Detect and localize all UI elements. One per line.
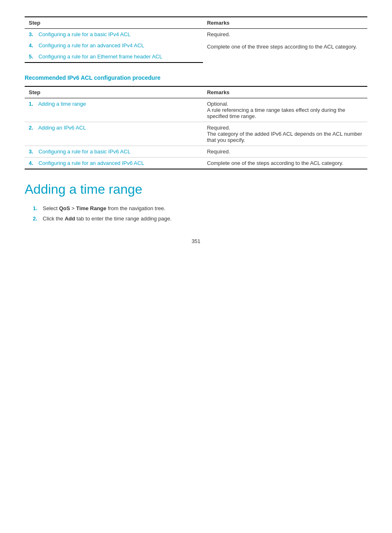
steps-list: 1. Select QoS > Time Range from the navi… (25, 205, 367, 222)
table-row: 1. Adding a time range Optional. A rule … (25, 98, 367, 122)
remarks-cell: Complete one of the steps according to t… (203, 158, 367, 169)
step-cell: 1. Adding a time range (25, 98, 203, 122)
table-row: 2. Adding an IPv6 ACL Required. The cate… (25, 122, 367, 146)
step-link[interactable]: Configuring a rule for an Ethernet frame… (39, 53, 162, 60)
step-num: 3. (29, 148, 37, 155)
remarks-cell: Required. The category of the added IPv6… (203, 122, 367, 146)
table1: Step Remarks 3. Configuring a rule for a… (25, 16, 367, 63)
step-text: Click the Add tab to enter the time rang… (43, 216, 172, 222)
table1-remarks-header: Remarks (203, 17, 367, 29)
list-item: 1. Select QoS > Time Range from the navi… (33, 205, 367, 211)
step-link[interactable]: Configuring a rule for an advanced IPv6 … (39, 160, 144, 166)
table-row: 3. Configuring a rule for a basic IPv6 A… (25, 146, 367, 158)
step-num: 3. (29, 31, 37, 37)
table1-step-header: Step (25, 17, 203, 29)
step-text: Select QoS > Time Range from the navigat… (43, 205, 166, 211)
table2-remarks-header: Remarks (203, 86, 367, 98)
step-number: 2. (33, 216, 40, 222)
table2: Step Remarks 1. Adding a time range Opti… (25, 86, 367, 169)
step-link[interactable]: Configuring a rule for a basic IPv4 ACL (39, 31, 131, 37)
table-row: 3. Configuring a rule for a basic IPv4 A… (25, 29, 367, 40)
step-cell: 2. Adding an IPv6 ACL (25, 122, 203, 146)
page-section-title: Adding a time range (25, 182, 367, 197)
step-num: 1. (29, 101, 37, 107)
step-cell: 4. Configuring a rule for an advanced IP… (25, 40, 203, 51)
step-link[interactable]: Adding an IPv6 ACL (38, 125, 86, 131)
step-link[interactable]: Configuring a rule for a basic IPv6 ACL (39, 148, 131, 155)
list-item: 2. Click the Add tab to enter the time r… (33, 216, 367, 222)
step-cell: 5. Configuring a rule for an Ethernet fr… (25, 51, 203, 63)
table-row: 4. Configuring a rule for an advanced IP… (25, 158, 367, 169)
step-cell: 3. Configuring a rule for a basic IPv6 A… (25, 146, 203, 158)
step-num: 4. (29, 42, 37, 49)
remarks-cell: Required. (203, 146, 367, 158)
step-link[interactable]: Adding a time range (38, 101, 86, 107)
step-number: 1. (33, 205, 40, 211)
step-num: 2. (29, 125, 37, 131)
step-link[interactable]: Configuring a rule for an advanced IPv4 … (39, 42, 144, 49)
step-num: 4. (29, 160, 37, 166)
remarks-text: Required.Complete one of the three steps… (207, 31, 357, 50)
step-cell: 4. Configuring a rule for an advanced IP… (25, 158, 203, 169)
page-number: 351 (25, 238, 367, 244)
step-cell: 3. Configuring a rule for a basic IPv4 A… (25, 29, 203, 40)
section-heading: Recommended IPv6 ACL configuration proce… (25, 74, 367, 81)
step-num: 5. (29, 53, 37, 60)
remarks-cell: Optional. A rule referencing a time rang… (203, 98, 367, 122)
table2-step-header: Step (25, 86, 203, 98)
remarks-cell: Required.Complete one of the three steps… (203, 29, 367, 63)
